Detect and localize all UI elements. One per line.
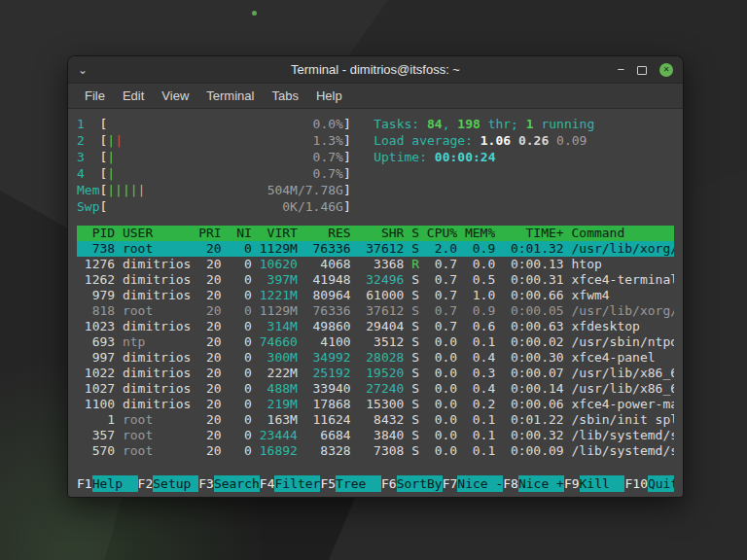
fnkey-f4[interactable]: F4Filter <box>260 475 321 492</box>
process-row[interactable]: 693ntp2007466041003512S0.00.10:00.02/usr… <box>77 334 674 350</box>
process-row[interactable]: 979dimitrios2001221M8096461000S0.71.00:0… <box>77 288 674 303</box>
column-header-time[interactable]: TIME+ <box>503 226 564 241</box>
menu-item-edit[interactable]: Edit <box>114 88 153 103</box>
window-menu-icon[interactable]: ⌄ <box>78 64 88 76</box>
cell-pri: 20 <box>198 319 221 334</box>
cell-mem: 0.1 <box>465 412 495 428</box>
process-row[interactable]: 997dimitrios200300M3499228028S0.00.40:00… <box>77 350 674 366</box>
process-table: 738root2001129M7633637612S2.00.90:01.32/… <box>77 241 674 459</box>
meter-bar: |0.7% <box>107 149 343 165</box>
cell-ni: 0 <box>229 412 251 428</box>
fnkey-f9[interactable]: F9Kill <box>564 475 625 492</box>
column-header-pri[interactable]: PRI <box>198 226 221 241</box>
table-header-row[interactable]: PIDUSERPRINIVIRTRESSHRSCPU%MEM%TIME+Comm… <box>77 226 674 241</box>
cell-cpu: 0.0 <box>427 397 457 412</box>
column-header-virt[interactable]: VIRT <box>260 226 298 241</box>
fnkey-f3[interactable]: F3Search <box>198 475 260 492</box>
fnkey-f8[interactable]: F8Nice + <box>503 475 564 492</box>
column-header-pid[interactable]: PID <box>77 226 115 241</box>
close-icon[interactable]: ✕ <box>659 63 673 77</box>
process-row[interactable]: 1root200163M116248432S0.00.10:01.22/sbin… <box>77 412 674 428</box>
cell-cmd: /usr/lib/x86_64 <box>571 366 674 381</box>
fnkey-label: Filter <box>274 475 320 492</box>
column-header-shr[interactable]: SHR <box>358 226 404 241</box>
load-1min: 1.06 <box>480 133 518 148</box>
fnkey-f10[interactable]: F10Quit <box>624 475 674 492</box>
cell-pid: 1 <box>77 412 115 428</box>
meter-value: 504M/7.78G <box>267 183 343 197</box>
meter-bracket-open: [ <box>99 166 107 181</box>
process-row[interactable]: 818root2001129M7633637612S0.70.90:00.05/… <box>77 303 674 319</box>
process-row[interactable]: 570root2001689283287308S0.00.10:00.09/li… <box>77 443 674 459</box>
column-header-res[interactable]: RES <box>305 226 351 241</box>
cell-time: 0:00.63 <box>503 319 564 334</box>
cpu-memory-meters: 1[0.0%]2[||1.3%]3[|0.7%]4[|0.7%]Mem[||||… <box>77 116 351 215</box>
meter-ticks: ||||| <box>107 182 145 198</box>
cell-cpu: 0.0 <box>427 412 457 428</box>
fnkey-number: F10 <box>624 476 647 491</box>
menu-item-view[interactable]: View <box>153 88 197 103</box>
minimize-icon[interactable]: − <box>617 63 624 76</box>
column-header-cmd[interactable]: Command <box>571 226 624 241</box>
cell-s: S <box>411 241 419 257</box>
load-average: Load average: 1.06 0.26 0.09 <box>374 132 594 149</box>
process-row[interactable]: 1276dimitrios2001062040683368R0.70.00:00… <box>77 257 674 272</box>
menu-item-file[interactable]: File <box>76 88 114 103</box>
process-row[interactable]: 1022dimitrios200222M2519219520S0.00.30:0… <box>77 366 674 381</box>
cell-virt: 10620 <box>260 257 298 272</box>
meter-mem: Mem[|||||504M/7.78G] <box>77 182 351 198</box>
column-header-ni[interactable]: NI <box>229 226 251 241</box>
cell-virt: 23444 <box>260 428 298 443</box>
cell-pid: 357 <box>77 428 115 443</box>
cell-shr: 27240 <box>358 381 404 397</box>
cell-res: 4068 <box>305 257 351 272</box>
cell-mem: 0.1 <box>465 443 495 459</box>
running-label: running <box>534 117 595 131</box>
cell-cmd: xfce4-terminal <box>571 272 674 288</box>
cell-ni: 0 <box>229 319 251 334</box>
cell-mem: 0.9 <box>465 241 495 257</box>
process-row[interactable]: 1100dimitrios200219M1786815300S0.00.20:0… <box>77 397 674 412</box>
cell-s: S <box>411 366 419 381</box>
cell-ni: 0 <box>229 350 251 366</box>
column-header-mem[interactable]: MEM% <box>465 226 495 241</box>
fnkey-f1[interactable]: F1Help <box>77 475 138 492</box>
terminal-content[interactable]: 1[0.0%]2[||1.3%]3[|0.7%]4[|0.7%]Mem[||||… <box>68 109 683 497</box>
meter-bar: |0.7% <box>107 165 343 182</box>
column-header-cpu[interactable]: CPU% <box>427 226 457 241</box>
cell-pid: 1262 <box>77 272 115 288</box>
cell-s: S <box>411 334 419 350</box>
cell-user: root <box>123 412 191 428</box>
process-row[interactable]: 357root2002344466843840S0.00.10:00.32/li… <box>77 428 674 443</box>
meter-value: 1.3% <box>313 133 343 148</box>
menu-item-tabs[interactable]: Tabs <box>263 88 306 103</box>
cell-pid: 979 <box>77 288 115 303</box>
column-header-s[interactable]: S <box>411 226 419 241</box>
cell-cpu: 0.0 <box>427 443 457 459</box>
menu-item-help[interactable]: Help <box>307 88 351 103</box>
meter-2: 2[||1.3%] <box>77 132 351 149</box>
titlebar[interactable]: ⌄ Terminal - dimitrios@itsfoss: ~ − ✕ <box>68 56 683 84</box>
fnkey-f7[interactable]: F7Nice - <box>443 475 504 492</box>
cell-user: ntp <box>123 334 191 350</box>
column-header-user[interactable]: USER <box>123 226 191 241</box>
cell-time: 0:01.22 <box>503 412 564 428</box>
fnkey-f5[interactable]: F5Tree <box>320 475 381 492</box>
cell-pri: 20 <box>198 272 221 288</box>
menu-item-terminal[interactable]: Terminal <box>197 88 263 103</box>
cell-s: S <box>411 412 419 428</box>
process-row[interactable]: 1262dimitrios200397M4194832496S0.70.50:0… <box>77 272 674 288</box>
cell-s: S <box>411 381 419 397</box>
process-row[interactable]: 738root2001129M7633637612S2.00.90:01.32/… <box>77 241 674 257</box>
process-row[interactable]: 1023dimitrios200314M4986029404S0.70.60:0… <box>77 319 674 334</box>
fnkey-number: F7 <box>443 476 458 491</box>
fnkey-label: Help <box>92 475 138 492</box>
fnkey-label: Search <box>214 475 260 492</box>
fnkey-number: F4 <box>260 476 275 491</box>
cell-shr: 15300 <box>358 397 404 412</box>
process-row[interactable]: 1027dimitrios200488M3394027240S0.00.40:0… <box>77 381 674 397</box>
fnkey-f2[interactable]: F2Setup <box>138 475 199 492</box>
cell-pri: 20 <box>198 334 221 350</box>
fnkey-f6[interactable]: F6SortBy <box>381 475 443 492</box>
maximize-icon[interactable] <box>637 61 647 79</box>
